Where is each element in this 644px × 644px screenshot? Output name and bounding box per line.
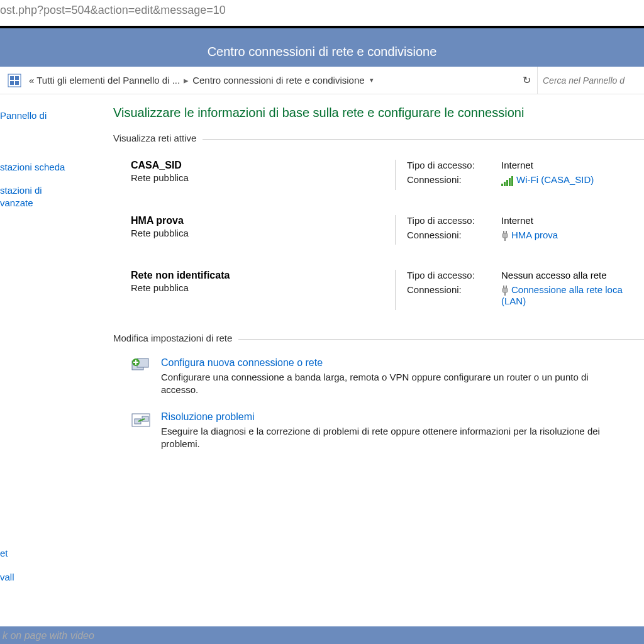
svg-rect-11 — [502, 288, 508, 292]
settings-entry: Configura nuova connessione o reteConfig… — [113, 357, 644, 412]
settings-description: Eseguire la diagnosi e la correzione di … — [161, 423, 614, 451]
page-footer-text: k on page with video — [3, 630, 94, 641]
connection-link[interactable]: HMA prova — [511, 230, 558, 240]
network-settings-section-header: Modifica impostazioni di rete — [113, 333, 644, 343]
sidebar-item-vall[interactable]: vall — [0, 571, 106, 584]
svg-rect-9 — [503, 286, 504, 288]
svg-rect-7 — [502, 233, 508, 238]
breadcrumb-separator-icon: ▸ — [184, 75, 189, 86]
browser-url-fragment: ost.php?post=504&action=edit&message=10 — [0, 0, 644, 26]
search-input[interactable] — [537, 67, 644, 94]
window-title: Centro connessioni di rete e condivision… — [0, 38, 644, 67]
svg-rect-4 — [15, 81, 19, 85]
page-heading: Visualizzare le informazioni di base sul… — [113, 106, 644, 120]
connections-label: Connessioni: — [407, 230, 501, 241]
svg-rect-8 — [504, 238, 506, 241]
svg-rect-1 — [10, 76, 14, 80]
sidebar-item-advanced-settings[interactable]: stazioni di vanzate — [0, 184, 106, 209]
address-bar-row: « Tutti gli elementi del Pannello di ...… — [0, 67, 644, 94]
sidebar: Pannello di stazioni scheda stazioni di … — [0, 94, 113, 644]
connection-link[interactable]: Wi-Fi (CASA_SID) — [516, 174, 594, 185]
network-type: Rete pubblica — [131, 282, 395, 293]
svg-rect-5 — [503, 231, 504, 233]
network-block: CASA_SIDRete pubblicaTipo di accesso:Int… — [113, 157, 644, 213]
breadcrumb[interactable]: « Tutti gli elementi del Pannello di ...… — [29, 75, 516, 86]
access-type-label: Tipo di accesso: — [407, 270, 501, 280]
connections-label: Connessioni: — [407, 284, 501, 306]
taskbar-strip — [0, 626, 644, 644]
svg-rect-3 — [10, 81, 14, 85]
access-type-label: Tipo di accesso: — [407, 215, 501, 226]
access-type-value: Internet — [501, 160, 644, 170]
active-networks-section-header: Visualizza reti attive — [113, 133, 644, 143]
connections-label: Connessioni: — [407, 174, 501, 186]
location-icon — [5, 71, 24, 90]
network-name: CASA_SID — [131, 160, 395, 172]
sidebar-item-et[interactable]: et — [0, 547, 106, 560]
access-type-value: Nessun accesso alla rete — [501, 270, 644, 280]
network-type: Rete pubblica — [131, 172, 395, 183]
settings-link[interactable]: Configura nuova connessione o rete — [161, 357, 323, 368]
access-type-label: Tipo di accesso: — [407, 160, 501, 170]
connection-link[interactable]: Connessione alla rete loca (LAN) — [501, 284, 623, 306]
svg-rect-2 — [15, 76, 19, 80]
settings-entry: Risoluzione problemiEseguire la diagnosi… — [113, 411, 644, 466]
sidebar-item-control-panel[interactable]: Pannello di — [0, 109, 106, 122]
access-type-value: Internet — [501, 215, 644, 226]
sidebar-item-adapter-settings[interactable]: stazioni scheda — [0, 161, 106, 174]
network-name: HMA prova — [131, 215, 395, 228]
settings-link[interactable]: Risoluzione problemi — [161, 411, 255, 422]
network-add-icon — [131, 357, 161, 397]
settings-description: Configurare una connessione a banda larg… — [161, 369, 614, 397]
network-block: Rete non identificataRete pubblicaTipo d… — [113, 267, 644, 333]
chevron-down-icon[interactable]: ▾ — [370, 76, 374, 84]
network-type: Rete pubblica — [131, 228, 395, 238]
network-block: HMA provaRete pubblicaTipo di accesso:In… — [113, 213, 644, 267]
svg-rect-10 — [506, 286, 507, 288]
main-content: Visualizzare le informazioni di base sul… — [113, 94, 644, 644]
breadcrumb-current[interactable]: Centro connessioni di rete e condivision… — [192, 75, 365, 86]
network-name: Rete non identificata — [131, 270, 395, 282]
svg-rect-6 — [506, 231, 507, 233]
troubleshoot-icon — [131, 411, 161, 451]
breadcrumb-root[interactable]: « Tutti gli elementi del Pannello di ... — [29, 75, 180, 86]
refresh-button[interactable]: ↻ — [516, 74, 537, 86]
window-chrome-accent — [0, 28, 644, 38]
